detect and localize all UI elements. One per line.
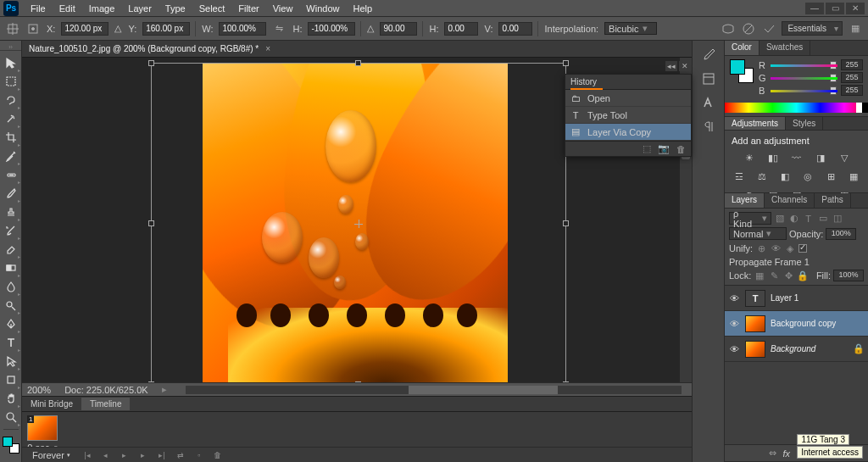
warp-icon[interactable]	[721, 21, 736, 36]
first-frame-button[interactable]: |◂	[81, 449, 94, 461]
menu-type[interactable]: Type	[159, 1, 192, 16]
lookup-icon[interactable]: ▦	[847, 170, 861, 183]
handle-tr[interactable]	[563, 60, 569, 66]
zoom-tool[interactable]	[2, 409, 20, 426]
prev-frame-button[interactable]: ◂	[99, 449, 113, 461]
handle-tm[interactable]	[355, 60, 361, 66]
layer-filter-kind[interactable]: ρ Kind	[729, 212, 771, 225]
minimize-button[interactable]: —	[805, 3, 824, 14]
visibility-toggle[interactable]: 👁	[728, 319, 740, 329]
vibrance-icon[interactable]: ▽	[837, 151, 852, 164]
h-input[interactable]	[308, 22, 355, 36]
lock-position-icon[interactable]: ✥	[782, 270, 794, 281]
cancel-transform-icon[interactable]	[741, 21, 756, 36]
propagate-checkbox[interactable]	[798, 244, 807, 253]
exposure-icon[interactable]: ◨	[813, 151, 828, 164]
shape-tool[interactable]	[2, 371, 20, 388]
color-fg-bg[interactable]	[730, 59, 754, 83]
layer-name[interactable]: Background	[771, 344, 815, 353]
eraser-tool[interactable]	[2, 241, 20, 258]
reference-point-icon[interactable]	[25, 21, 41, 36]
brush-tool[interactable]	[2, 185, 20, 202]
tab-swatches[interactable]: Swatches	[760, 41, 810, 55]
tab-paths[interactable]: Paths	[815, 193, 851, 208]
filter-smart-icon[interactable]: ◫	[832, 213, 843, 224]
layer-row-bg[interactable]: 👁 Background 🔒	[725, 337, 868, 362]
w-input[interactable]	[219, 22, 266, 36]
lock-pixels-icon[interactable]: ✎	[768, 270, 780, 281]
menu-help[interactable]: Help	[346, 1, 379, 16]
history-title[interactable]: History	[570, 77, 597, 86]
tab-mini-bridge[interactable]: Mini Bridge	[22, 398, 81, 410]
angle-input[interactable]	[380, 22, 417, 36]
healing-tool[interactable]	[2, 166, 20, 183]
layer-row-bgcopy[interactable]: 👁 Background copy	[725, 311, 868, 337]
opacity-input[interactable]: 100%	[826, 228, 856, 240]
blend-mode-select[interactable]: Normal	[729, 227, 787, 240]
tween-button[interactable]: ⇄	[174, 449, 187, 461]
layer-name[interactable]: Background copy	[771, 319, 836, 328]
maximize-button[interactable]: ▭	[826, 3, 844, 14]
new-document-state-icon[interactable]: ⬚	[643, 143, 651, 154]
tab-adjustments[interactable]: Adjustments	[725, 117, 786, 130]
r-value[interactable]: 255	[841, 59, 863, 70]
brush-presets-icon[interactable]	[698, 70, 720, 88]
b-value[interactable]: 255	[841, 85, 863, 96]
fill-input[interactable]: 100%	[833, 270, 864, 281]
tab-color[interactable]: Color	[725, 41, 760, 55]
visibility-toggle[interactable]: 👁	[728, 293, 740, 303]
y-input[interactable]	[142, 22, 190, 36]
history-item-layerviacopy[interactable]: ▤ Layer Via Copy	[565, 124, 691, 141]
g-slider[interactable]	[771, 74, 837, 82]
layer-row-text[interactable]: 👁 T Layer 1	[725, 286, 868, 311]
crop-tool[interactable]	[2, 129, 20, 146]
stamp-tool[interactable]	[2, 203, 20, 220]
delta-icon[interactable]: △	[114, 23, 122, 34]
link-icon[interactable]: ⇋	[271, 21, 287, 36]
collapse-panel-icon[interactable]: ◂◂	[665, 61, 677, 71]
history-brush-tool[interactable]	[2, 222, 20, 239]
gradient-tool[interactable]	[2, 259, 20, 276]
hand-tool[interactable]	[2, 390, 20, 407]
commit-transform-icon[interactable]	[761, 21, 776, 36]
history-item-type[interactable]: T Type Tool	[565, 107, 691, 124]
channel-mixer-icon[interactable]: ⊞	[824, 170, 838, 183]
link-layers-icon[interactable]: ⇔	[769, 448, 776, 459]
b-slider[interactable]	[771, 86, 837, 95]
filter-adjust-icon[interactable]: ◐	[788, 213, 799, 224]
menu-file[interactable]: File	[24, 1, 53, 16]
loop-mode[interactable]: Forever	[32, 450, 64, 460]
menu-image[interactable]: Image	[82, 1, 122, 16]
new-frame-button[interactable]: ▫	[192, 449, 206, 461]
path-select-tool[interactable]	[2, 353, 20, 370]
blur-tool[interactable]	[2, 278, 20, 295]
hue-icon[interactable]: ☲	[732, 170, 746, 183]
filter-pixel-icon[interactable]: ▧	[774, 213, 785, 224]
history-panel[interactable]: ◂◂ ✕ History 🗀 Open T Type Tool ▤ Layer …	[565, 74, 692, 157]
lasso-tool[interactable]	[2, 92, 20, 109]
unify-visibility-icon[interactable]: 👁	[770, 242, 782, 254]
brush-panel-icon[interactable]	[698, 46, 720, 64]
filter-shape-icon[interactable]: ▭	[817, 213, 828, 224]
skew-v-input[interactable]	[498, 22, 532, 36]
horizontal-scrollbar[interactable]	[186, 386, 682, 394]
document-tab[interactable]: Nature_100510_2.jpg @ 200% (Background c…	[22, 41, 692, 58]
status-play-icon[interactable]: ▸	[162, 384, 167, 395]
x-input[interactable]	[61, 22, 108, 36]
skew-h-input[interactable]	[444, 22, 478, 36]
marquee-tool[interactable]	[2, 73, 20, 90]
r-slider[interactable]	[771, 61, 837, 70]
brightness-icon[interactable]: ☀	[742, 151, 757, 164]
next-frame-button[interactable]: ▸	[136, 449, 150, 461]
levels-icon[interactable]: ▮▯	[765, 151, 781, 164]
menu-layer[interactable]: Layer	[121, 1, 159, 16]
lock-all-icon[interactable]: 🔒	[797, 270, 809, 281]
handle-tl[interactable]	[148, 60, 154, 66]
handle-mr[interactable]	[563, 220, 569, 226]
transform-bounds[interactable]	[151, 63, 566, 385]
delete-frame-button[interactable]: 🗑	[211, 449, 225, 461]
handle-ml[interactable]	[148, 220, 154, 226]
color-swatches[interactable]	[3, 437, 19, 454]
visibility-toggle[interactable]: 👁	[728, 344, 740, 354]
play-button[interactable]: ▸	[118, 449, 131, 461]
